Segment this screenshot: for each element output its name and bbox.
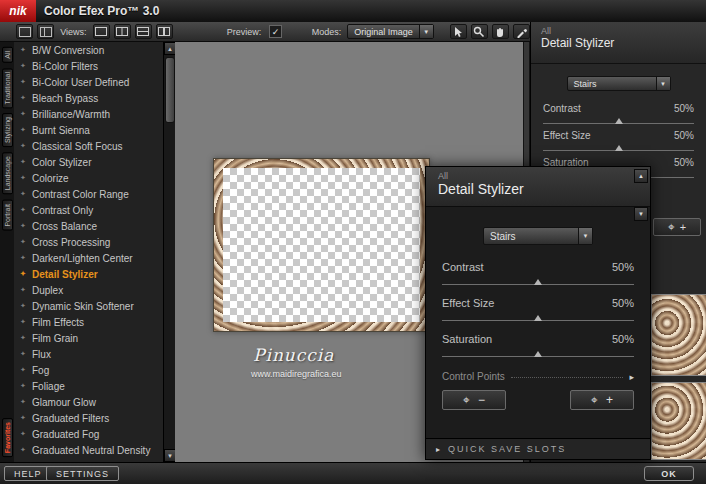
category-tab-landscape[interactable]: Landscape [2, 152, 13, 194]
slider-handle[interactable] [534, 351, 542, 357]
filter-item[interactable]: ✦Burnt Sienna [14, 122, 163, 138]
quick-save-slots-bar[interactable]: ▸ QUICK SAVE SLOTS [426, 438, 650, 459]
star-icon[interactable]: ✦ [19, 334, 27, 342]
slider-handle[interactable] [534, 315, 542, 321]
scroll-down-icon[interactable]: ▼ [634, 207, 648, 221]
slider-handle[interactable] [615, 118, 623, 124]
eyedropper-tool-button[interactable] [513, 24, 530, 39]
star-icon[interactable]: ✦ [19, 46, 27, 54]
star-icon[interactable]: ✦ [19, 174, 27, 182]
star-icon[interactable]: ✦ [19, 446, 27, 454]
star-icon[interactable]: ✦ [19, 254, 27, 262]
star-icon[interactable]: ✦ [19, 190, 27, 198]
star-icon[interactable]: ✦ [19, 382, 27, 390]
filter-item[interactable]: ✦Fog [14, 362, 163, 378]
ok-button[interactable]: OK [644, 466, 694, 481]
category-tab-portrait[interactable]: Portrait [2, 200, 13, 231]
filter-preview-thumbnail[interactable] [651, 382, 706, 460]
filter-item[interactable]: ✦Brilliance/Warmth [14, 106, 163, 122]
filter-item[interactable]: ✦Bleach Bypass [14, 90, 163, 106]
add-control-point-button[interactable]: ⌖ + [570, 390, 634, 410]
star-icon[interactable]: ✦ [19, 238, 27, 246]
view-single-button[interactable] [93, 24, 110, 39]
filter-item[interactable]: ✦Cross Processing [14, 234, 163, 250]
filter-item[interactable]: ✦Contrast Only [14, 202, 163, 218]
filter-item[interactable]: ✦Graduated Fog [14, 426, 163, 442]
zoom-tool-button[interactable] [471, 24, 488, 39]
filter-item[interactable]: ✦Classical Soft Focus [14, 138, 163, 154]
filter-item[interactable]: ✦Dynamic Skin Softener [14, 298, 163, 314]
star-icon[interactable]: ✦ [19, 222, 27, 230]
filter-item[interactable]: ✦Contrast Color Range [14, 186, 163, 202]
filter-item[interactable]: ✦Bi-Color User Defined [14, 74, 163, 90]
filter-item[interactable]: ✦Graduated Filters [14, 410, 163, 426]
filter-item[interactable]: ✦Film Grain [14, 330, 163, 346]
category-tab-traditional[interactable]: Traditional [2, 68, 13, 108]
slider-track[interactable] [543, 114, 694, 124]
star-icon[interactable]: ✦ [19, 78, 27, 86]
view-side-by-side-button[interactable] [156, 24, 173, 39]
remove-control-point-button[interactable]: ⌖ − [442, 390, 506, 410]
filter-item[interactable]: ✦Bi-Color Filters [14, 58, 163, 74]
star-icon[interactable]: ✦ [19, 142, 27, 150]
filter-item[interactable]: ✦Foliage [14, 378, 163, 394]
filter-item[interactable]: ✦Glamour Glow [14, 394, 163, 410]
star-icon[interactable]: ✦ [19, 158, 27, 166]
star-icon[interactable]: ✦ [19, 398, 27, 406]
slider-handle[interactable] [534, 279, 542, 285]
category-tab-all[interactable]: All [2, 47, 13, 63]
slider-track[interactable] [442, 345, 634, 357]
star-icon[interactable]: ✦ [19, 126, 27, 134]
star-icon[interactable]: ✦ [19, 414, 27, 422]
slider-track[interactable] [543, 141, 694, 151]
layout-split-icon[interactable] [37, 24, 54, 39]
scrollbar-thumb[interactable] [165, 57, 175, 123]
filter-item[interactable]: ✦Colorize [14, 170, 163, 186]
help-button[interactable]: HELP [4, 466, 52, 481]
star-icon[interactable]: ✦ [19, 270, 27, 278]
slider-handle[interactable] [615, 145, 623, 151]
filter-item[interactable]: ✦Color Stylizer [14, 154, 163, 170]
view-split-vertical-button[interactable] [114, 24, 131, 39]
star-icon[interactable]: ✦ [19, 206, 27, 214]
chevron-down-icon: ▼ [656, 77, 670, 90]
filter-preview-thumbnail[interactable] [651, 294, 706, 376]
add-control-point-button[interactable]: ⌖ + [653, 218, 701, 236]
preset-dropdown[interactable]: Stairs ▼ [567, 76, 671, 91]
layout-panels-icon[interactable] [16, 24, 33, 39]
star-icon[interactable]: ✦ [19, 366, 27, 374]
slider-track[interactable] [442, 309, 634, 321]
category-tab-stylizing[interactable]: Stylizing [2, 113, 13, 147]
filter-item[interactable]: ✦Cross Balance [14, 218, 163, 234]
star-icon[interactable]: ✦ [19, 110, 27, 118]
star-icon[interactable]: ✦ [19, 318, 27, 326]
filter-item[interactable]: ✦Film Effects [14, 314, 163, 330]
preview-image-frame[interactable] [213, 158, 430, 332]
star-icon[interactable]: ✦ [19, 94, 27, 102]
expand-icon[interactable]: ▸ [629, 372, 634, 382]
filter-item[interactable]: ✦Darken/Lighten Center [14, 250, 163, 266]
modes-dropdown[interactable]: Original Image ▼ [347, 24, 434, 39]
slider-track[interactable] [442, 273, 634, 285]
filter-item[interactable]: ✦Graduated Neutral Density [14, 442, 163, 458]
hand-tool-button[interactable] [492, 24, 509, 39]
star-icon[interactable]: ✦ [19, 350, 27, 358]
filter-item[interactable]: ✦B/W Conversion [14, 42, 163, 58]
category-tab-favorites[interactable]: Favorites [2, 418, 13, 457]
filter-item[interactable]: ✦Detail Stylizer [14, 266, 163, 282]
scroll-up-icon[interactable]: ▲ [634, 169, 648, 183]
filter-item[interactable]: ✦Duplex [14, 282, 163, 298]
preview-checkbox[interactable]: ✓ [269, 25, 281, 38]
star-icon[interactable]: ✦ [19, 430, 27, 438]
detail-stylizer-floating-panel[interactable]: All Detail Stylizer ▲ ▼ Stairs ▼ Contras… [425, 166, 651, 460]
star-icon[interactable]: ✦ [19, 286, 27, 294]
view-split-horizontal-button[interactable] [135, 24, 152, 39]
star-icon[interactable]: ✦ [19, 302, 27, 310]
settings-button[interactable]: SETTINGS [46, 466, 119, 481]
cursor-tool-button[interactable] [450, 24, 467, 39]
star-icon[interactable]: ✦ [19, 62, 27, 70]
preset-dropdown[interactable]: Stairs ▼ [483, 227, 593, 245]
image-watermark-url: www.maidiregrafica.eu [251, 369, 342, 379]
app-title: Color Efex Pro™ 3.0 [44, 4, 159, 18]
filter-item[interactable]: ✦Flux [14, 346, 163, 362]
